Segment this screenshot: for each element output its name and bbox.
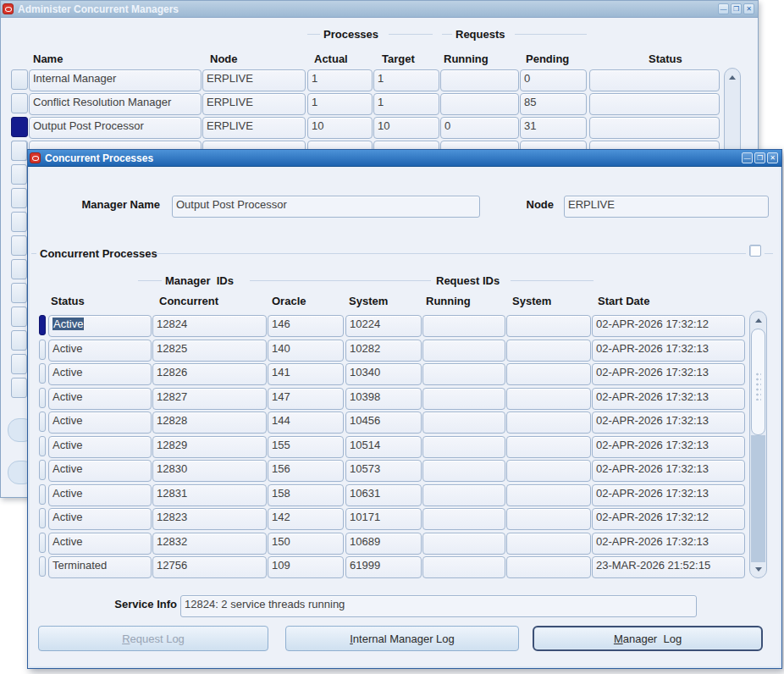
table-cell[interactable]: Active xyxy=(48,508,152,530)
record-selector[interactable] xyxy=(11,93,28,113)
table-cell[interactable] xyxy=(440,93,519,115)
table-cell[interactable]: Active xyxy=(48,315,152,337)
table-cell[interactable]: 02-APR-2026 17:32:13 xyxy=(592,484,745,506)
table-cell[interactable]: Terminated xyxy=(48,556,152,578)
table-cell[interactable]: 155 xyxy=(268,436,344,458)
bg-window-titlebar[interactable]: Administer Concurrent Managers — ❒ ✕ xyxy=(1,1,758,18)
table-cell[interactable] xyxy=(506,412,591,434)
table-cell[interactable]: 146 xyxy=(268,315,344,337)
table-cell[interactable]: 10689 xyxy=(345,533,422,555)
table-cell[interactable] xyxy=(422,460,505,482)
table-cell[interactable]: 02-APR-2026 17:32:13 xyxy=(592,363,745,385)
close-icon[interactable]: ✕ xyxy=(767,152,778,163)
table-cell[interactable]: 1 xyxy=(373,93,439,115)
scroll-down-icon[interactable] xyxy=(750,561,766,577)
table-cell[interactable]: 10224 xyxy=(345,315,422,337)
table-cell[interactable] xyxy=(506,436,591,458)
record-selector[interactable] xyxy=(39,412,46,432)
table-cell[interactable]: 158 xyxy=(268,484,344,506)
record-selector[interactable] xyxy=(11,307,27,327)
scrollbar-track[interactable] xyxy=(751,435,765,562)
scroll-up-icon[interactable] xyxy=(725,69,740,85)
record-selector[interactable] xyxy=(39,556,46,577)
table-cell[interactable]: 109 xyxy=(268,556,344,578)
table-cell[interactable]: 144 xyxy=(268,412,344,434)
table-cell[interactable]: 12823 xyxy=(152,508,267,530)
table-cell[interactable] xyxy=(422,436,505,458)
record-selector[interactable] xyxy=(39,363,46,384)
table-cell[interactable] xyxy=(506,533,591,555)
record-selector[interactable] xyxy=(11,378,27,398)
table-cell[interactable]: 142 xyxy=(268,508,344,530)
table-cell[interactable]: 147 xyxy=(268,388,344,410)
table-cell[interactable] xyxy=(506,508,591,530)
internal-manager-log-button[interactable]: Internal Manager Log xyxy=(285,626,519,651)
close-icon[interactable]: ✕ xyxy=(743,3,754,14)
table-cell[interactable] xyxy=(506,315,591,337)
table-cell[interactable]: 140 xyxy=(268,340,344,362)
record-selector[interactable] xyxy=(11,141,27,161)
table-cell[interactable]: 23-MAR-2026 21:52:15 xyxy=(592,556,745,578)
table-cell[interactable]: Conflict Resolution Manager xyxy=(29,93,202,115)
record-selector[interactable] xyxy=(39,340,46,360)
table-cell[interactable]: 12826 xyxy=(152,363,267,385)
manager-name-field[interactable]: Output Post Processor xyxy=(172,196,480,218)
table-cell[interactable] xyxy=(422,508,505,530)
scrollbar-thumb[interactable] xyxy=(751,329,765,435)
table-cell[interactable] xyxy=(589,93,720,115)
table-cell[interactable]: Active xyxy=(48,484,152,506)
table-cell[interactable]: 10171 xyxy=(345,508,422,530)
scroll-up-icon[interactable] xyxy=(750,312,766,328)
table-cell[interactable] xyxy=(422,484,505,506)
record-selector[interactable] xyxy=(11,259,27,279)
node-field[interactable]: ERPLIVE xyxy=(564,196,769,218)
table-cell[interactable]: Active xyxy=(48,363,152,385)
record-selector[interactable] xyxy=(11,354,27,374)
record-selector[interactable] xyxy=(11,283,27,303)
table-cell[interactable] xyxy=(422,556,505,578)
table-cell[interactable]: Active xyxy=(48,388,152,410)
table-cell[interactable]: ERPLIVE xyxy=(202,69,306,91)
table-cell[interactable] xyxy=(422,533,505,555)
record-selector[interactable] xyxy=(39,484,46,505)
table-cell[interactable]: 12830 xyxy=(152,460,267,482)
record-selector[interactable] xyxy=(39,533,46,553)
table-cell[interactable]: 12756 xyxy=(152,556,267,578)
table-cell[interactable]: 02-APR-2026 17:32:13 xyxy=(592,412,745,434)
record-selector[interactable] xyxy=(11,164,27,185)
table-cell[interactable]: Active xyxy=(48,460,152,482)
table-cell[interactable] xyxy=(422,315,505,337)
table-cell[interactable]: Active xyxy=(48,412,152,434)
table-cell[interactable]: 61999 xyxy=(345,556,422,578)
record-selector[interactable] xyxy=(11,330,27,351)
table-cell[interactable]: 10514 xyxy=(345,436,422,458)
table-cell[interactable] xyxy=(506,556,591,578)
table-cell[interactable]: 10398 xyxy=(345,388,422,410)
table-cell[interactable] xyxy=(506,340,591,362)
minimize-icon[interactable]: — xyxy=(718,3,729,14)
table-cell[interactable]: 1 xyxy=(307,69,373,91)
maximize-icon[interactable]: ❒ xyxy=(754,152,765,163)
table-cell[interactable]: Internal Manager xyxy=(29,69,202,91)
record-selector[interactable] xyxy=(11,69,28,90)
table-cell[interactable] xyxy=(506,363,591,385)
record-selector[interactable] xyxy=(39,315,46,335)
table-cell[interactable]: ERPLIVE xyxy=(202,93,306,115)
table-cell[interactable]: 12824 xyxy=(152,315,267,337)
table-cell[interactable]: 0 xyxy=(520,69,587,91)
table-cell[interactable]: 02-APR-2026 17:32:13 xyxy=(592,436,745,458)
table-cell[interactable]: 10 xyxy=(307,117,373,139)
table-cell[interactable] xyxy=(422,412,505,434)
record-selector[interactable] xyxy=(39,436,46,456)
table-cell[interactable]: 10631 xyxy=(345,484,422,506)
table-cell[interactable] xyxy=(422,340,505,362)
table-cell[interactable]: 02-APR-2026 17:32:12 xyxy=(592,508,745,530)
table-cell[interactable]: 85 xyxy=(520,93,587,115)
table-cell[interactable] xyxy=(506,388,591,410)
table-cell[interactable]: 10573 xyxy=(345,460,422,482)
table-cell[interactable]: 156 xyxy=(268,460,344,482)
table-cell[interactable]: 12832 xyxy=(152,533,267,555)
record-selector[interactable] xyxy=(11,117,28,137)
table-cell[interactable]: 10340 xyxy=(345,363,422,385)
table-cell[interactable]: 1 xyxy=(307,93,373,115)
